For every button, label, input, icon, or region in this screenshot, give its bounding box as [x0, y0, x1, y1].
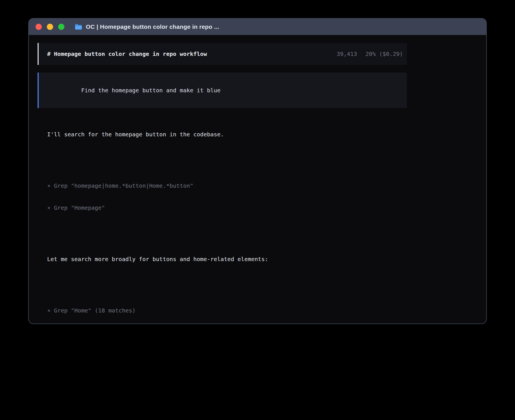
desktop-background: OC | Homepage button color change in rep… [0, 0, 515, 420]
tool-call-grep: ∗ Grep "Home" (18 matches) [47, 307, 407, 314]
terminal-window: OC | Homepage button color change in rep… [28, 18, 487, 324]
tool-call-group: ∗ Grep "Home" (18 matches) ∗ Glob "**/*.… [47, 292, 407, 324]
assistant-response: I'll search for the homepage button in t… [38, 116, 407, 324]
terminal-content: # Homepage button color change in repo w… [29, 35, 486, 323]
user-message-text: Find the homepage button and make it blu… [81, 87, 221, 94]
context-usage: 20% ($0.29) [366, 51, 403, 57]
chat-column: # Homepage button color change in repo w… [38, 43, 407, 324]
tool-call-grep: ∗ Grep "Homepage" [47, 204, 407, 211]
tool-call-group: ∗ Grep "homepage|home.*button|Home.*butt… [47, 167, 407, 226]
assistant-text: I'll search for the homepage button in t… [47, 131, 407, 138]
token-count: 39,413 [337, 51, 357, 57]
window-titlebar[interactable]: OC | Homepage button color change in rep… [29, 19, 486, 35]
user-message: Find the homepage button and make it blu… [38, 73, 407, 108]
session-header: # Homepage button color change in repo w… [38, 43, 407, 65]
minimize-button[interactable] [47, 24, 53, 30]
session-stats: 39,41320% ($0.29) [337, 50, 403, 58]
window-controls [33, 24, 64, 30]
session-title: # Homepage button color change in repo w… [47, 50, 207, 58]
zoom-button[interactable] [58, 24, 64, 30]
window-title: OC | Homepage button color change in rep… [86, 23, 219, 30]
assistant-text: Let me search more broadly for buttons a… [47, 255, 407, 263]
tool-call-grep: ∗ Grep "homepage|home.*button|Home.*butt… [47, 182, 407, 189]
folder-icon [75, 23, 82, 30]
close-button[interactable] [36, 24, 42, 30]
